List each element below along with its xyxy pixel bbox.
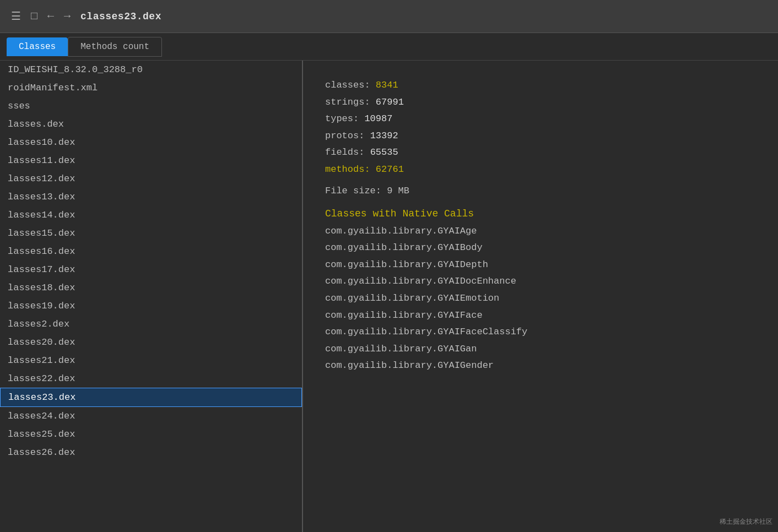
- stat-fields: fields: 65535: [325, 144, 756, 161]
- window-icon[interactable]: □: [31, 10, 37, 23]
- file-item[interactable]: lasses24.dex: [0, 407, 302, 425]
- types-label: types:: [325, 113, 359, 124]
- file-item[interactable]: lasses19.dex: [0, 297, 302, 315]
- native-class-item: com.gyailib.library.GYAIFaceClassify: [325, 324, 756, 341]
- fields-value: 65535: [370, 147, 398, 158]
- fields-label: fields:: [325, 147, 364, 158]
- classes-value: 8341: [376, 80, 398, 90]
- file-item[interactable]: lasses14.dex: [0, 206, 302, 224]
- stat-classes: classes: 8341: [325, 77, 756, 94]
- methods-label: methods:: [325, 164, 370, 175]
- native-class-item: com.gyailib.library.GYAIAge: [325, 223, 756, 240]
- file-list-panel[interactable]: ID_WEISHI_8.32.0_3288_r0roidManifest.xml…: [0, 61, 303, 532]
- file-item[interactable]: lasses15.dex: [0, 224, 302, 242]
- stat-protos: protos: 13392: [325, 128, 756, 145]
- methods-value: 62761: [376, 164, 404, 175]
- native-class-item: com.gyailib.library.GYAIFace: [325, 307, 756, 324]
- file-item[interactable]: lasses18.dex: [0, 279, 302, 297]
- main-content: ID_WEISHI_8.32.0_3288_r0roidManifest.xml…: [0, 61, 778, 532]
- strings-value: 67991: [376, 97, 404, 107]
- stat-strings: strings: 67991: [325, 94, 756, 111]
- file-item[interactable]: lasses25.dex: [0, 425, 302, 443]
- tab-methods-count[interactable]: Methods count: [68, 37, 162, 57]
- forward-icon[interactable]: →: [64, 10, 71, 23]
- file-item[interactable]: lasses26.dex: [0, 443, 302, 462]
- native-class-item: com.gyailib.library.GYAIDepth: [325, 257, 756, 274]
- tabbar: Classes Methods count: [0, 33, 778, 61]
- watermark: 稀土掘金技术社区: [720, 517, 772, 526]
- protos-label: protos:: [325, 131, 364, 141]
- classes-label: classes:: [325, 80, 370, 90]
- file-item[interactable]: lasses20.dex: [0, 333, 302, 351]
- titlebar: ☰ □ ← → classes23.dex: [0, 0, 778, 33]
- file-item[interactable]: lasses16.dex: [0, 242, 302, 260]
- back-icon[interactable]: ←: [47, 10, 54, 23]
- native-class-item: com.gyailib.library.GYAIGan: [325, 341, 756, 358]
- protos-value: 13392: [370, 131, 398, 141]
- native-classes-list: com.gyailib.library.GYAIAgecom.gyailib.l…: [325, 223, 756, 374]
- file-item[interactable]: ID_WEISHI_8.32.0_3288_r0: [0, 61, 302, 79]
- filesize: File size: 9 MB: [325, 183, 756, 200]
- native-class-item: com.gyailib.library.GYAIGender: [325, 357, 756, 374]
- file-item[interactable]: lasses2.dex: [0, 315, 302, 333]
- file-item[interactable]: lasses12.dex: [0, 170, 302, 188]
- native-class-item: com.gyailib.library.GYAIBody: [325, 240, 756, 257]
- file-item[interactable]: lasses11.dex: [0, 151, 302, 170]
- file-item[interactable]: lasses21.dex: [0, 351, 302, 370]
- stat-types: types: 10987: [325, 111, 756, 128]
- file-item[interactable]: lasses10.dex: [0, 133, 302, 151]
- tab-classes[interactable]: Classes: [7, 37, 68, 56]
- native-class-item: com.gyailib.library.GYAIEmotion: [325, 290, 756, 307]
- file-item[interactable]: lasses23.dex: [0, 388, 302, 407]
- native-calls-title: Classes with Native Calls: [325, 205, 756, 222]
- types-value: 10987: [364, 113, 392, 124]
- stat-methods: methods: 62761: [325, 161, 756, 178]
- window-title: classes23.dex: [80, 11, 161, 22]
- native-class-item: com.gyailib.library.GYAIDocEnhance: [325, 273, 756, 290]
- file-item[interactable]: lasses13.dex: [0, 188, 302, 206]
- file-item[interactable]: lasses.dex: [0, 115, 302, 133]
- stats-panel: classes: 8341 strings: 67991 types: 1098…: [303, 61, 778, 532]
- file-item[interactable]: sses: [0, 97, 302, 115]
- strings-label: strings:: [325, 97, 370, 107]
- menu-icon[interactable]: ☰: [11, 9, 21, 23]
- file-item[interactable]: lasses17.dex: [0, 260, 302, 279]
- file-item[interactable]: lasses22.dex: [0, 370, 302, 388]
- file-item[interactable]: roidManifest.xml: [0, 79, 302, 97]
